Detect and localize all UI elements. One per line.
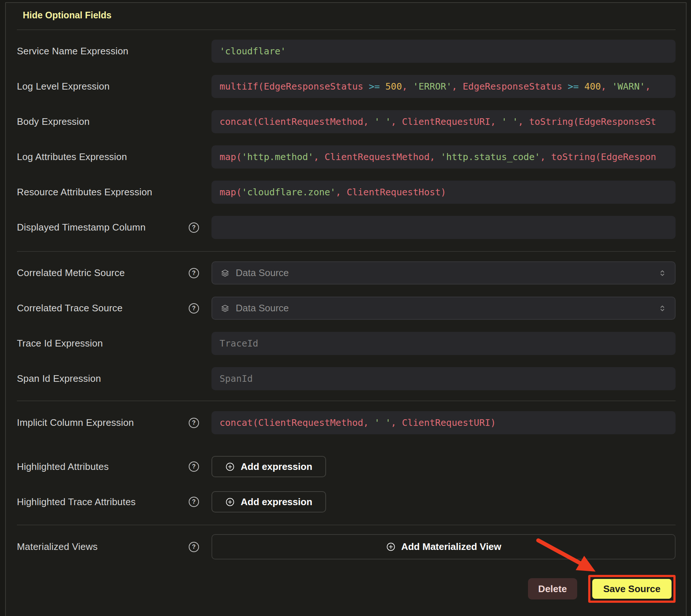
code-token: , [645, 81, 651, 92]
divider [17, 401, 676, 401]
select-placeholder: Data Source [236, 302, 652, 314]
implicit-column-expression-input[interactable]: concat(ClientRequestMethod, ' ', ClientR… [211, 411, 676, 434]
log-attributes-expression-input[interactable]: map('http.method', ClientRequestMethod, … [211, 145, 676, 169]
field-label-column: Span Id Expression [17, 373, 211, 384]
code-token [579, 81, 584, 92]
help-icon[interactable]: ? [189, 303, 199, 314]
code-token: 'cloudflare.zone' [242, 187, 336, 198]
displayed-timestamp-column-input[interactable] [211, 216, 676, 239]
code-token: 400 [584, 81, 601, 92]
span-id-expression-input[interactable] [211, 367, 676, 390]
plus-circle-icon [225, 497, 235, 507]
button-label: Add expression [240, 496, 312, 508]
annotation-highlight-box: Save Source [588, 575, 676, 603]
field-row: Displayed Timestamp Column? [17, 216, 676, 239]
code-token: 'http.status_code' [441, 152, 540, 162]
field-label-column: Log Attributes Expression [17, 151, 211, 163]
field-control: concat(ClientRequestMethod, ' ', ClientR… [211, 110, 676, 133]
button-label: Add expression [240, 461, 312, 472]
hide-optional-fields-toggle[interactable]: Hide Optional Fields [23, 10, 112, 21]
field-control: Add expression [211, 456, 676, 477]
service-name-expression-input[interactable]: 'cloudflare' [211, 40, 676, 63]
field-row: Correlated Trace Source?Data Source [17, 297, 676, 320]
trace-id-expression-input[interactable] [211, 332, 676, 355]
code-token: ' ' [374, 417, 391, 428]
code-token: multiIf(EdgeResponseStatus [220, 81, 369, 92]
code-token: , [601, 81, 612, 92]
select-placeholder: Data Source [236, 267, 652, 279]
field-label-displayed-timestamp-column: Displayed Timestamp Column [17, 222, 146, 233]
field-label-body-expression: Body Expression [17, 116, 90, 127]
field-label-column: Correlated Metric Source? [17, 267, 211, 279]
layers-icon [220, 268, 230, 278]
divider [17, 251, 676, 252]
help-icon[interactable]: ? [189, 268, 199, 278]
field-label-highlighted-trace-attributes: Highlighted Trace Attributes [17, 496, 136, 508]
help-icon[interactable]: ? [189, 222, 199, 233]
add-materialized-view-button[interactable]: Add Materialized View [211, 534, 676, 559]
span-id-expression-field [211, 367, 676, 390]
field-control: Add Materialized View [211, 534, 676, 559]
help-icon[interactable]: ? [189, 497, 199, 507]
source-form-panel: Hide Optional Fields Service Name Expres… [5, 2, 687, 616]
code-token: 'cloudflare' [220, 46, 286, 57]
field-label-log-attributes-expression: Log Attributes Expression [17, 151, 127, 163]
field-label-column: Trace Id Expression [17, 338, 211, 349]
field-label-implicit-column-expression: Implicit Column Expression [17, 417, 134, 428]
code-token: >= [369, 81, 380, 92]
field-row: Implicit Column Expression?concat(Client… [17, 411, 676, 434]
help-icon[interactable]: ? [189, 542, 199, 552]
code-token: , ClientRequestURI, [391, 116, 502, 127]
field-row: Correlated Metric Source?Data Source [17, 261, 676, 285]
field-control [211, 332, 676, 355]
field-row: Materialized Views?Add Materialized View [17, 534, 676, 559]
field-label-column: Body Expression [17, 116, 211, 127]
field-label-column: Displayed Timestamp Column? [17, 222, 211, 233]
chevron-up-down-icon [658, 269, 667, 278]
help-icon[interactable]: ? [189, 461, 199, 472]
add-expression-button[interactable]: Add expression [211, 456, 326, 477]
field-control: Data Source [211, 261, 676, 285]
code-token: 'ERROR' [413, 81, 452, 92]
field-row: Span Id Expression [17, 367, 676, 390]
code-token: map( [220, 187, 242, 198]
field-label-correlated-metric-source: Correlated Metric Source [17, 267, 125, 279]
resource-attributes-expression-input[interactable]: map('cloudflare.zone', ClientRequestHost… [211, 181, 676, 204]
field-label-service-name-expression: Service Name Expression [17, 46, 129, 57]
add-expression-button[interactable]: Add expression [211, 491, 326, 512]
field-control: Data Source [211, 297, 676, 320]
form-rows: Service Name Expression'cloudflare'Log L… [17, 40, 676, 559]
field-label-column: Highlighted Attributes? [17, 461, 211, 472]
delete-button[interactable]: Delete [528, 578, 577, 599]
field-label-column: Resource Attributes Expression [17, 186, 211, 198]
help-icon[interactable]: ? [189, 418, 199, 428]
correlated-trace-source-select[interactable]: Data Source [211, 297, 676, 320]
code-token: ' ' [502, 116, 518, 127]
code-token: 'http.method' [242, 152, 314, 162]
plus-circle-icon [386, 542, 396, 552]
log-level-expression-input[interactable]: multiIf(EdgeResponseStatus >= 500, 'ERRO… [211, 75, 676, 98]
field-label-column: Highlighted Trace Attributes? [17, 496, 211, 508]
trace-id-expression-field [211, 332, 676, 355]
field-row: Log Attributes Expressionmap('http.metho… [17, 145, 676, 169]
field-label-column: Implicit Column Expression? [17, 417, 211, 428]
field-control [211, 367, 676, 390]
form-content: Hide Optional Fields Service Name Expres… [6, 3, 686, 616]
code-token: , ClientRequestURI) [391, 417, 496, 428]
code-token: 500 [386, 81, 402, 92]
plus-circle-icon [225, 462, 235, 472]
field-label-column: Materialized Views? [17, 541, 211, 552]
body-expression-input[interactable]: concat(ClientRequestMethod, ' ', ClientR… [211, 110, 676, 133]
field-control: Add expression [211, 491, 676, 512]
divider [17, 29, 676, 30]
correlated-metric-source-select[interactable]: Data Source [211, 261, 676, 285]
field-label-materialized-views: Materialized Views [17, 541, 98, 552]
field-label-trace-id-expression: Trace Id Expression [17, 338, 103, 349]
field-label-log-level-expression: Log Level Expression [17, 81, 110, 92]
code-token: , ClientRequestHost) [336, 187, 446, 198]
field-label-column: Log Level Expression [17, 81, 211, 92]
save-source-button[interactable]: Save Source [592, 579, 672, 599]
code-token: ' ' [374, 116, 391, 127]
field-row: Highlighted Attributes?Add expression [17, 456, 676, 477]
layers-icon [220, 304, 230, 313]
